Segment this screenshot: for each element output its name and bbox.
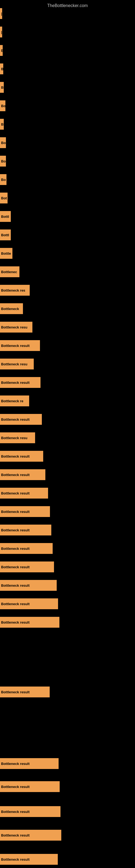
bar-row-11: Bot [0, 193, 8, 204]
bar-row-4: B [0, 63, 3, 74]
bar-label-16: Bottleneck res [0, 285, 30, 296]
bar-row-32: Bottleneck result [0, 580, 57, 591]
bar-row-39: Bottleneck result [0, 830, 61, 841]
bar-label-30: Bottleneck result [0, 543, 53, 554]
bar-row-24: Bottleneck resu [0, 432, 35, 443]
bar-label-9: Bo [0, 156, 6, 166]
bar-row-34: Bottleneck result [0, 617, 59, 628]
bar-label-37: Bottleneck result [0, 781, 60, 792]
bar-label-24: Bottleneck resu [0, 432, 35, 443]
bar-label-6: Bo [0, 100, 5, 111]
bar-row-25: Bottleneck result [0, 451, 43, 462]
bar-label-10: Bo [0, 174, 6, 185]
bar-label-15: Bottlenec [0, 267, 19, 277]
site-title: TheBottlenecker.com [0, 1, 135, 10]
bar-row-7: B [0, 119, 4, 130]
bar-label-1: | [0, 8, 2, 19]
bar-row-29: Bottleneck result [0, 525, 51, 535]
bar-row-1: | [0, 8, 2, 19]
bar-row-10: Bo [0, 174, 6, 185]
bar-row-12: Bottl [0, 211, 11, 222]
bar-row-8: Bo [0, 137, 6, 148]
bar-row-2: | [0, 27, 2, 37]
bar-label-38: Bottleneck result [0, 806, 60, 817]
bar-row-9: Bo [0, 156, 6, 166]
bar-row-23: Bottleneck result [0, 414, 42, 425]
bar-label-18: Bottleneck resu [0, 322, 32, 333]
bar-row-38: Bottleneck result [0, 806, 60, 817]
bar-row-27: Bottleneck result [0, 488, 48, 499]
bar-row-33: Bottleneck result [0, 598, 58, 609]
bar-label-29: Bottleneck result [0, 525, 51, 535]
bar-row-26: Bottleneck result [0, 469, 45, 480]
bar-label-11: Bot [0, 193, 8, 204]
bar-label-26: Bottleneck result [0, 469, 45, 480]
bar-label-17: Bottleneck [0, 303, 23, 314]
bar-label-2: | [0, 27, 2, 37]
bar-row-36: Bottleneck result [0, 758, 58, 769]
bar-label-40: Bottleneck result [0, 854, 58, 865]
bar-label-36: Bottleneck result [0, 758, 58, 769]
bar-label-32: Bottleneck result [0, 580, 57, 591]
bar-label-27: Bottleneck result [0, 488, 48, 499]
bar-row-19: Bottleneck result [0, 340, 40, 351]
bar-row-16: Bottleneck res [0, 285, 30, 296]
bar-label-8: Bo [0, 137, 6, 148]
bar-row-31: Bottleneck result [0, 561, 54, 572]
bar-label-33: Bottleneck result [0, 598, 58, 609]
bar-row-15: Bottlenec [0, 267, 19, 277]
bar-label-21: Bottleneck result [0, 377, 41, 388]
bar-label-25: Bottleneck result [0, 451, 43, 462]
bar-label-20: Bottleneck resu [0, 359, 34, 369]
bar-label-12: Bottl [0, 211, 11, 222]
bar-label-39: Bottleneck result [0, 830, 61, 841]
bar-row-28: Bottleneck result [0, 506, 50, 517]
bar-row-14: Bottle [0, 248, 12, 259]
bar-row-13: Bottl [0, 229, 11, 240]
bar-label-5: B [0, 82, 4, 93]
bar-row-37: Bottleneck result [0, 781, 60, 792]
bar-row-18: Bottleneck resu [0, 322, 32, 333]
bar-label-34: Bottleneck result [0, 617, 59, 628]
bar-row-22: Bottleneck re [0, 396, 29, 406]
bar-row-35: Bottleneck result [0, 686, 50, 698]
bar-label-22: Bottleneck re [0, 396, 29, 406]
bar-row-20: Bottleneck resu [0, 359, 34, 369]
bar-row-21: Bottleneck result [0, 377, 41, 388]
bar-label-14: Bottle [0, 248, 12, 259]
bar-label-4: B [0, 63, 3, 74]
bar-label-19: Bottleneck result [0, 340, 40, 351]
bar-label-35: Bottleneck result [0, 686, 50, 698]
bar-label-3: E [0, 45, 3, 56]
bar-label-13: Bottl [0, 229, 11, 240]
bar-label-31: Bottleneck result [0, 561, 54, 572]
bar-label-28: Bottleneck result [0, 506, 50, 517]
bar-row-17: Bottleneck [0, 303, 23, 314]
bar-label-23: Bottleneck result [0, 414, 42, 425]
bar-label-7: B [0, 119, 4, 130]
bar-row-40: Bottleneck result [0, 854, 58, 865]
bar-row-3: E [0, 45, 3, 56]
bar-row-30: Bottleneck result [0, 543, 53, 554]
bar-row-6: Bo [0, 100, 5, 111]
bar-row-5: B [0, 82, 4, 93]
